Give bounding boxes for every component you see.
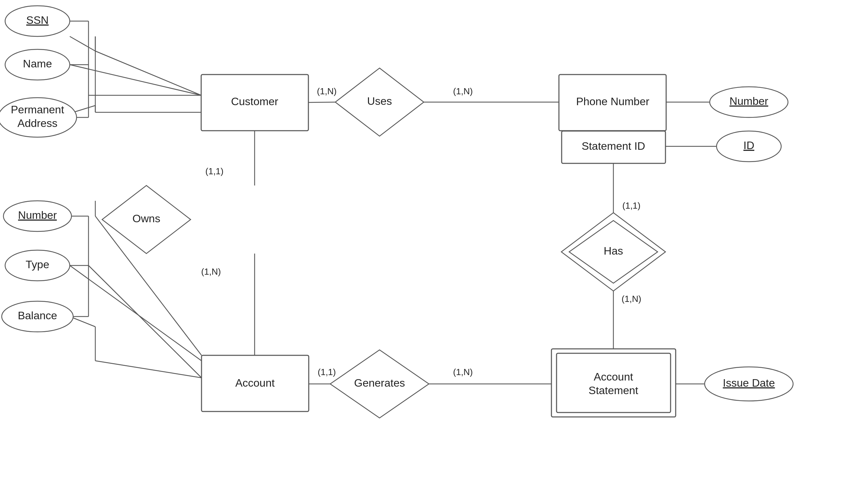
type-label: Type bbox=[26, 258, 49, 271]
card-uses-phone: (1,N) bbox=[453, 86, 473, 96]
account-statement-label-line2: Statement bbox=[589, 384, 638, 397]
ssn-label: SSN bbox=[26, 14, 49, 26]
owns-label: Owns bbox=[132, 212, 160, 225]
account-statement-label-line1: Account bbox=[594, 371, 633, 383]
perm-addr-line2: Address bbox=[17, 117, 57, 129]
svg-line-16 bbox=[70, 317, 95, 327]
svg-line-3 bbox=[73, 106, 95, 112]
has-label: Has bbox=[604, 245, 623, 257]
phone-number-label: Phone Number bbox=[576, 95, 649, 108]
svg-line-18 bbox=[95, 361, 202, 378]
id-label: ID bbox=[743, 139, 754, 151]
svg-line-2 bbox=[70, 65, 201, 95]
balance-label: Balance bbox=[18, 309, 57, 322]
uses-label: Uses bbox=[367, 95, 392, 107]
phone-number-attr-label: Number bbox=[729, 95, 768, 107]
name-label: Name bbox=[23, 58, 52, 70]
card-has-accountstatement: (1,N) bbox=[622, 294, 641, 304]
card-customer-uses: (1,N) bbox=[317, 86, 337, 96]
card-account-generates: (1,1) bbox=[318, 367, 336, 377]
statement-id-label: Statement ID bbox=[582, 140, 645, 152]
svg-line-8 bbox=[308, 102, 335, 102]
account-number-label: Number bbox=[18, 209, 57, 221]
account-label: Account bbox=[235, 377, 275, 389]
issue-date-label: Issue Date bbox=[723, 377, 775, 389]
customer-label: Customer bbox=[231, 95, 278, 108]
svg-line-15 bbox=[70, 265, 202, 361]
card-owns-account: (1,N) bbox=[201, 266, 221, 277]
card-generates-statement: (1,N) bbox=[453, 367, 473, 377]
card-customer-owns: (1,1) bbox=[205, 166, 223, 176]
generates-label: Generates bbox=[354, 377, 405, 389]
card-statementid-has: (1,1) bbox=[622, 200, 640, 211]
perm-addr-line1: Permanent bbox=[11, 103, 64, 116]
er-diagram: Customer Phone Number Account Account St… bbox=[0, 0, 868, 485]
svg-line-1 bbox=[95, 51, 201, 95]
svg-line-34 bbox=[89, 265, 202, 378]
svg-line-0 bbox=[70, 36, 95, 51]
